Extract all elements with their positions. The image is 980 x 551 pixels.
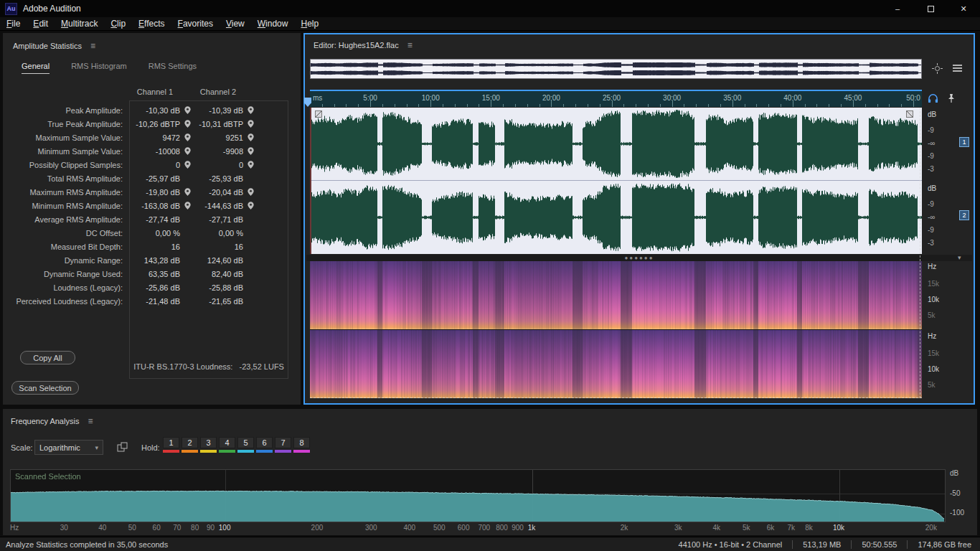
location-pin-icon[interactable] [245, 106, 256, 114]
freq-x-label-90: 90 [207, 524, 215, 532]
stat-value-ch1: 143,28 dB [128, 256, 182, 265]
stat-label: Perceived Loudness (Legacy): [9, 297, 128, 306]
status-free-space: 174,86 GB free [918, 540, 971, 549]
tab-rms-settings[interactable]: RMS Settings [149, 62, 197, 74]
snapshot-icon[interactable] [116, 441, 129, 454]
copy-all-button[interactable]: Copy All [20, 351, 75, 364]
channel-2-badge[interactable]: 2 [959, 210, 969, 220]
app-title: Adobe Audition [23, 4, 81, 14]
stat-value-ch1: 16 [128, 242, 182, 251]
collapse-arrow-icon[interactable]: ▾ [958, 254, 961, 261]
timeline-ruler[interactable]: ms5:0010:0015:0020:0025:0030:0035:0040:0… [310, 90, 922, 107]
status-message: Analyze Statistics completed in 35,00 se… [6, 540, 168, 549]
menu-file[interactable]: File [0, 17, 27, 31]
scale-dropdown[interactable]: Logarithmic ▾ [34, 440, 103, 455]
location-pin-icon[interactable] [182, 147, 193, 155]
stat-value-ch2: 0 [193, 161, 245, 169]
stat-label: True Peak Amplitude: [9, 120, 128, 128]
menu-favorites[interactable]: Favorites [171, 17, 220, 31]
headphone-icon[interactable] [926, 92, 939, 105]
timeline-tick [467, 104, 468, 107]
table-row: Average RMS Amplitude:-27,74 dB-27,71 dB [9, 212, 256, 226]
freq-x-label-700: 700 [478, 524, 490, 532]
status-file-size: 513,19 MB [803, 540, 841, 549]
zoom-navigate-icon[interactable] [930, 62, 943, 75]
table-row: Possibly Clipped Samples:00 [9, 158, 256, 171]
stat-value-ch2: 9251 [193, 133, 245, 142]
hold-button-1[interactable]: 1 [163, 437, 179, 453]
hold-button-8[interactable]: 8 [293, 437, 310, 453]
tab-rms-histogram[interactable]: RMS Histogram [71, 62, 127, 74]
stat-value-ch2: 16 [193, 242, 245, 251]
location-pin-icon[interactable] [182, 106, 193, 114]
timeline-tick [841, 104, 842, 107]
spectrogram-channel-2[interactable] [310, 330, 922, 398]
location-pin-icon[interactable] [182, 202, 193, 209]
menu-help[interactable]: Help [294, 17, 325, 31]
tab-general[interactable]: General [22, 62, 50, 74]
timeline-tick [829, 104, 829, 107]
fade-out-handle[interactable] [906, 110, 913, 118]
hold-button-6[interactable]: 6 [256, 437, 273, 453]
hold-color-bar [200, 450, 217, 453]
freq-x-label-40: 40 [98, 524, 106, 532]
location-pin-icon[interactable] [245, 202, 256, 209]
editor-tab-title[interactable]: Editor: Hughes15A2.flac [314, 41, 399, 50]
location-pin-icon[interactable] [245, 120, 256, 128]
waveform-spectral-splitter[interactable]: ●●●●●● [306, 255, 972, 261]
timeline-tick [407, 104, 407, 107]
location-pin-icon[interactable] [245, 133, 256, 141]
hold-button-3[interactable]: 3 [200, 437, 217, 453]
freq-y-label-50: -50 [950, 489, 960, 497]
waveform-channel-2[interactable] [310, 181, 922, 254]
timeline-tick [455, 104, 456, 107]
freq-x-label-30: 30 [60, 524, 68, 532]
location-pin-icon[interactable] [245, 161, 256, 169]
hold-button-2[interactable]: 2 [182, 437, 198, 453]
hold-number: 4 [219, 437, 235, 448]
window-close-button[interactable]: ✕ [947, 0, 980, 17]
freq-y-label-100: -100 [950, 509, 964, 517]
overview-navigator[interactable] [310, 59, 922, 79]
stat-value-ch1: -21,48 dB [128, 297, 182, 306]
hz-scale-label: Hz [928, 263, 936, 270]
timeline-tick [648, 104, 649, 107]
location-pin-icon[interactable] [245, 147, 256, 155]
hold-button-7[interactable]: 7 [275, 437, 291, 453]
menu-multitrack[interactable]: Multitrack [55, 17, 104, 31]
location-pin-icon[interactable] [182, 133, 193, 141]
scan-selection-button[interactable]: Scan Selection [11, 381, 79, 395]
timeline-tick [708, 104, 709, 107]
waveform-channel-1[interactable] [310, 108, 922, 180]
window-minimize-button[interactable]: – [881, 0, 914, 17]
channel-1-badge[interactable]: 1 [959, 137, 969, 147]
timeline-label: 20:00 [542, 94, 560, 102]
menu-view[interactable]: View [220, 17, 251, 31]
freq-x-label-20k: 20k [925, 524, 937, 532]
menu-edit[interactable]: Edit [27, 17, 55, 31]
menu-window[interactable]: Window [251, 17, 295, 31]
hold-color-bar [182, 450, 198, 453]
stat-label: Measured Bit Depth: [9, 242, 128, 251]
location-pin-icon[interactable] [245, 188, 256, 196]
fade-in-handle[interactable] [315, 110, 322, 118]
window-maximize-button[interactable] [914, 0, 947, 17]
location-pin-icon[interactable] [182, 188, 193, 196]
stat-value-ch1: -10008 [128, 147, 182, 156]
menu-effects[interactable]: Effects [132, 17, 171, 31]
location-pin-icon[interactable] [182, 120, 193, 128]
selection-start-line [310, 108, 311, 254]
scale-dropdown-value: Logarithmic [39, 443, 80, 452]
location-pin-icon[interactable] [182, 161, 193, 169]
hold-button-4[interactable]: 4 [219, 437, 235, 453]
timeline-tick [756, 104, 757, 107]
panel-menu-icon[interactable]: ≡ [407, 40, 413, 50]
spectrogram-channel-1[interactable] [310, 261, 922, 329]
freq-x-label-300: 300 [365, 524, 377, 532]
panel-menu-icon[interactable]: ≡ [88, 416, 93, 426]
hold-button-5[interactable]: 5 [237, 437, 254, 453]
menu-clip[interactable]: Clip [104, 17, 132, 31]
pin-icon[interactable] [945, 92, 958, 105]
panel-menu-icon[interactable]: ≡ [90, 41, 95, 51]
layout-grid-icon[interactable] [951, 62, 963, 75]
